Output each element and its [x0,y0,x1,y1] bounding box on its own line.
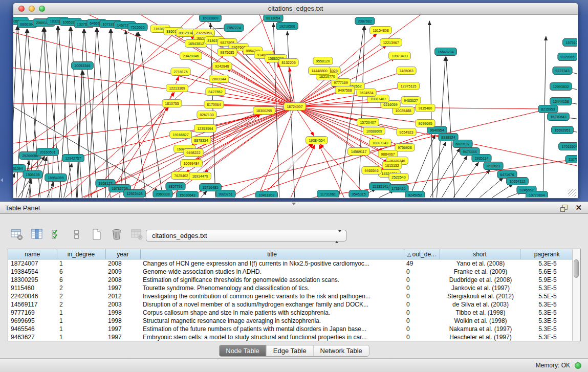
graph-node-teal[interactable]: 15010643 [177,191,199,198]
graph-node-teal[interactable]: 12942757 [62,155,84,162]
graph-node-teal[interactable]: 2060338 [153,190,172,198]
table-cell[interactable]: 0 [404,268,440,276]
table-row[interactable]: 1872400712008Changes of HCN gene express… [8,259,574,268]
graph-node-yellow[interactable]: 9756928 [395,144,415,151]
table-vertical-scrollbar[interactable] [572,249,580,341]
graph-node-teal[interactable]: 7632621 [484,162,503,170]
graph-node-yellow[interactable]: 12975115 [398,82,420,90]
graph-node-yellow[interactable]: 10688609 [363,127,385,135]
table-cell[interactable]: Estimation of significance thresholds fo… [140,276,404,284]
table-cell[interactable]: 1 [57,317,105,325]
node-table[interactable]: name in_degree year title △out_de... sho… [8,249,581,341]
table-cell[interactable]: 2003 [105,300,140,309]
table-cell[interactable]: 18724007 [8,259,57,268]
graph-node-teal[interactable]: 15692951 [552,126,574,134]
graph-node-teal[interactable]: 10654112 [507,178,529,185]
graph-node-teal[interactable]: 7857224 [224,24,244,32]
graph-node-teal[interactable]: 20160501 [37,148,59,156]
table-cell[interactable]: 1 [57,333,105,341]
panel-collapse-arrow-icon[interactable] [1,178,3,182]
table-cell[interactable]: 1997 [105,333,140,341]
table-cell[interactable]: Hescheler et al. (1997) [440,333,520,341]
tab-network-table[interactable]: Network Table [313,345,369,356]
graph-node-teal[interactable]: 15954059 [45,174,67,182]
graph-node-yellow[interactable]: 16099484 [181,160,203,167]
select-columns-icon[interactable] [30,228,43,241]
table-cell[interactable]: 6 [57,268,105,276]
graph-node-yellow[interactable]: 8170064 [204,101,224,108]
table-cell[interactable]: 0 [404,309,440,317]
table-cell[interactable]: 0 [404,300,440,309]
table-cell[interactable]: Tibbo et al. (1998) [440,309,520,317]
table-cell[interactable]: 2 [57,292,105,300]
table-cell[interactable]: 9463627 [8,333,57,341]
close-panel-icon[interactable]: ✕ [575,203,582,212]
graph-node-teal[interactable]: 15751074 [563,39,577,47]
graph-node-yellow[interactable]: 9699695 [416,120,435,127]
graph-node-teal[interactable]: 8215953 [538,105,558,113]
graph-node-teal[interactable]: 20053346 [72,62,94,70]
table-cell[interactable]: 5.3E-5 [520,317,574,325]
table-cell[interactable]: 1 [57,309,105,317]
graph-node-yellow[interactable]: 9498222 [184,149,203,157]
table-cell[interactable]: 5.5E-5 [520,292,574,300]
graph-node-teal[interactable]: 12444158 [550,98,572,105]
column-header-title[interactable]: title [140,249,404,259]
table-cell[interactable]: 9465546 [8,325,57,333]
table-row[interactable]: 946362711997Embryonic stem cells: a mode… [8,333,574,341]
graph-node-teal[interactable]: 16210643 [548,113,570,121]
window-resize-grip[interactable] [568,189,576,196]
column-header-year[interactable]: year [105,249,140,259]
graph-node-teal[interactable]: 9245052 [405,191,425,198]
float-panel-icon[interactable] [560,205,568,212]
table-row[interactable]: 2242004622012Investigating the contribut… [8,292,574,300]
table-row[interactable]: 969969511998Structural magnetic resonanc… [8,317,574,325]
table-row[interactable]: 977716911998Corpus callosum shape and si… [8,309,574,317]
graph-node-teal[interactable]: 9227343 [553,67,572,75]
graph-node-yellow[interactable]: 12213369 [166,84,188,92]
graph-node-teal[interactable]: 11731061 [317,190,339,198]
graph-node-yellow[interactable]: 2718176 [171,68,190,76]
graph-node-teal[interactable]: 2087682 [355,17,375,25]
graph-node-yellow[interactable]: 9242848 [212,62,232,70]
table-cell[interactable]: Tourette syndrome. Phenomenology and cla… [140,284,404,292]
table-cell[interactable]: 2 [57,300,105,309]
graph-node-yellow[interactable]: 19166827 [170,131,192,139]
graph-node-teal[interactable]: 10770894 [526,191,548,198]
table-cell[interactable]: Estimation of the future numbers of pati… [140,325,404,333]
table-cell[interactable]: 9777169 [8,309,57,317]
tab-node-table[interactable]: Node Table [219,345,266,356]
graph-node-yellow[interactable]: 10973493 [389,52,411,60]
table-cell[interactable]: 0 [404,292,440,300]
table-cell[interactable]: Nakamura et al. (1997) [440,325,520,333]
table-cell[interactable]: 6 [57,276,105,284]
table-cell[interactable]: de Silva et al. (2003) [440,300,520,309]
graph-node-teal[interactable]: 9329966 [558,53,577,61]
graph-node-yellow[interactable]: 9654923 [397,128,416,136]
select-all-checklist-icon[interactable] [50,228,63,241]
graph-node-yellow[interactable]: 19384554 [306,137,328,144]
column-header-name[interactable]: name [8,249,57,259]
network-table-selector[interactable]: citations_edges.txt [146,230,346,242]
table-row[interactable]: 911546021997Tourette syndrome. Phenomeno… [8,284,574,292]
graph-node-yellow[interactable]: 8878334 [191,137,211,144]
table-cell[interactable]: 1 [57,259,105,268]
graph-node-yellow[interactable]: 9115460 [416,104,435,112]
graph-node-teal[interactable]: 12093832 [550,83,572,91]
table-cell[interactable]: Franke et al. (2009) [440,268,520,276]
graph-node-teal[interactable]: 17016504 [559,143,577,150]
table-cell[interactable]: 0 [404,333,440,341]
scrollbar-thumb[interactable] [574,259,579,278]
table-settings-icon[interactable] [10,228,24,241]
column-header-in-degree[interactable]: in_degree [57,249,105,259]
table-cell[interactable]: 1998 [105,317,140,325]
splitter-handle-icon[interactable] [292,203,296,205]
table-cell[interactable]: Genome-wide association studies in ADHD. [140,268,404,276]
table-cell[interactable]: 5.6E-5 [520,268,574,276]
graph-node-yellow[interactable]: 23420046 [180,52,202,60]
table-cell[interactable]: Stergiakouli et al. (2012) [440,292,520,300]
graph-node-teal[interactable]: 16033809 [200,15,222,22]
window-titlebar[interactable]: citations_edges.txt [13,3,578,15]
table-cell[interactable]: 0 [404,317,440,325]
table-cell[interactable]: Dudbridge et al. (2008) [440,276,520,284]
